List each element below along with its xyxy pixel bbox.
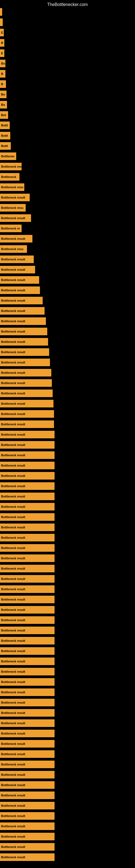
- bar-7: B: [0, 80, 6, 88]
- bar-9: Bo: [0, 101, 7, 108]
- bar-row-36: Bottleneck result: [0, 379, 52, 387]
- bar-8: Bo: [0, 91, 6, 98]
- bar-label-62: Bottleneck result: [1, 649, 25, 653]
- bar-label-27: Bottleneck result: [1, 289, 25, 292]
- bar-label-80: Bottleneck result: [1, 835, 25, 838]
- bar-label-71: Bottleneck result: [1, 742, 25, 745]
- bar-row-8: Bo: [0, 91, 6, 98]
- bar-label-37: Bottleneck result: [1, 392, 25, 395]
- bar-label-24: Bottleneck result: [1, 258, 25, 261]
- bar-label-46: Bottleneck result: [1, 485, 25, 488]
- bar-38: Bottleneck result: [0, 400, 53, 407]
- bar-label-54: Bottleneck result: [1, 567, 25, 570]
- bar-23: Bottleneck resu: [0, 245, 27, 253]
- bar-79: Bottleneck result: [0, 823, 54, 830]
- bar-label-75: Bottleneck result: [1, 783, 25, 786]
- bar-label-41: Bottleneck result: [1, 433, 25, 436]
- bar-label-34: Bottleneck result: [1, 361, 25, 364]
- bar-row-30: Bottleneck result: [0, 317, 46, 325]
- bar-18: Bottleneck result: [0, 194, 30, 201]
- bar-label-36: Bottleneck result: [1, 381, 25, 384]
- bar-label-56: Bottleneck result: [1, 588, 25, 591]
- bar-3: B: [0, 39, 4, 46]
- bar-row-20: Bottleneck result: [0, 214, 31, 222]
- bar-label-16: Bottleneck: [1, 175, 16, 179]
- bar-48: Bottleneck result: [0, 503, 54, 510]
- bar-15: Bottleneck res: [0, 163, 21, 170]
- bar-label-2: E: [1, 31, 3, 34]
- bar-label-9: Bo: [1, 103, 5, 106]
- bar-4: E: [0, 50, 4, 57]
- bar-row-48: Bottleneck result: [0, 503, 54, 510]
- bar-49: Bottleneck result: [0, 513, 54, 521]
- bar-50: Bottleneck result: [0, 524, 54, 531]
- bar-label-57: Bottleneck result: [1, 598, 25, 601]
- bar-row-35: Bottleneck result: [0, 369, 51, 376]
- bar-row-61: Bottleneck result: [0, 637, 54, 645]
- bar-43: Bottleneck result: [0, 452, 54, 459]
- bar-row-34: Bottleneck result: [0, 359, 50, 366]
- bar-label-4: E: [1, 52, 3, 55]
- bar-20: Bottleneck result: [0, 214, 31, 222]
- bar-44: Bottleneck result: [0, 462, 54, 469]
- bar-row-28: Bottleneck result: [0, 297, 43, 304]
- bar-row-79: Bottleneck result: [0, 823, 54, 830]
- bar-label-72: Bottleneck result: [1, 752, 25, 756]
- bar-label-40: Bottleneck result: [1, 423, 25, 426]
- bar-row-70: Bottleneck result: [0, 730, 54, 737]
- bar-5: Bo: [0, 60, 5, 67]
- bar-46: Bottleneck result: [0, 482, 54, 490]
- bar-row-4: E: [0, 50, 4, 57]
- bar-row-46: Bottleneck result: [0, 482, 54, 490]
- bar-label-7: B: [1, 83, 3, 86]
- bar-row-71: Bottleneck result: [0, 740, 54, 748]
- bar-row-59: Bottleneck result: [0, 616, 54, 624]
- bar-30: Bottleneck result: [0, 317, 46, 325]
- bar-41: Bottleneck result: [0, 431, 54, 438]
- bar-71: Bottleneck result: [0, 740, 54, 748]
- bar-label-51: Bottleneck result: [1, 536, 25, 539]
- bar-66: Bottleneck result: [0, 688, 54, 696]
- bar-row-75: Bottleneck result: [0, 781, 54, 789]
- bar-row-26: Bottleneck result: [0, 276, 39, 284]
- bar-row-15: Bottleneck res: [0, 163, 21, 170]
- bar-row-49: Bottleneck result: [0, 513, 54, 521]
- bar-row-13: Bottl: [0, 142, 11, 150]
- bar-81: Bottleneck result: [0, 843, 54, 850]
- bar-label-77: Bottleneck result: [1, 804, 25, 807]
- bar-row-0: [0, 8, 2, 16]
- bar-75: Bottleneck result: [0, 781, 54, 789]
- bar-label-53: Bottleneck result: [1, 557, 25, 560]
- bar-row-72: Bottleneck result: [0, 750, 54, 758]
- bar-label-22: Bottleneck result: [1, 237, 25, 240]
- bar-row-53: Bottleneck result: [0, 554, 54, 562]
- bar-64: Bottleneck result: [0, 668, 54, 675]
- bar-36: Bottleneck result: [0, 379, 52, 387]
- bar-row-42: Bottleneck result: [0, 441, 54, 448]
- bar-55: Bottleneck result: [0, 575, 54, 583]
- bar-61: Bottleneck result: [0, 637, 54, 645]
- bar-label-78: Bottleneck result: [1, 814, 25, 817]
- bar-58: Bottleneck result: [0, 606, 54, 614]
- bar-label-13: Bottl: [1, 144, 8, 148]
- bar-label-67: Bottleneck result: [1, 701, 25, 704]
- bar-16: Bottleneck: [0, 173, 19, 181]
- bar-row-14: Bottlenec: [0, 152, 16, 160]
- bar-label-20: Bottleneck result: [1, 216, 25, 220]
- bar-59: Bottleneck result: [0, 616, 54, 624]
- bar-60: Bottleneck result: [0, 627, 54, 634]
- bar-label-61: Bottleneck result: [1, 639, 25, 642]
- bar-39: Bottleneck result: [0, 410, 54, 418]
- bar-row-32: Bottleneck result: [0, 338, 48, 346]
- bar-row-16: Bottleneck: [0, 173, 19, 181]
- bar-label-18: Bottleneck result: [1, 196, 25, 199]
- bar-row-22: Bottleneck result: [0, 235, 32, 243]
- bar-73: Bottleneck result: [0, 761, 54, 768]
- bar-row-77: Bottleneck result: [0, 802, 54, 809]
- bar-51: Bottleneck result: [0, 534, 54, 541]
- bar-row-56: Bottleneck result: [0, 585, 54, 593]
- bar-row-29: Bottleneck result: [0, 307, 45, 315]
- bar-label-79: Bottleneck result: [1, 825, 25, 828]
- bar-11: Bottl: [0, 122, 10, 129]
- bar-row-38: Bottleneck result: [0, 400, 53, 407]
